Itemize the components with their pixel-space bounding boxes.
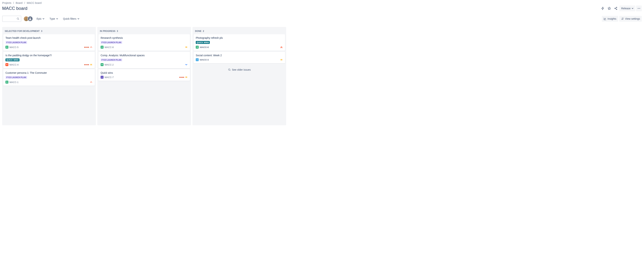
story-type-icon — [100, 63, 104, 66]
breadcrumb-board[interactable]: Board — [16, 2, 22, 4]
epic-badge: QUICK WINS — [196, 41, 210, 44]
column-header: Selected for Development 3 — [3, 28, 95, 34]
story-points-dots — [84, 64, 89, 65]
column-name: In Progress — [100, 30, 116, 33]
star-icon[interactable] — [606, 6, 612, 11]
avatar-unassigned[interactable] — [28, 16, 33, 22]
svg-point-10 — [6, 64, 8, 65]
bug-type-icon — [6, 63, 8, 66]
chevron-down-icon — [56, 18, 58, 20]
column-name: Selected for Development — [5, 30, 40, 33]
issue-card[interactable]: Team health check post-launch FY23 LAUNC… — [3, 34, 95, 51]
search-input[interactable] — [2, 16, 21, 22]
card-title: Quick wins — [100, 71, 188, 74]
epic-badge: FY23 LAUNCH PLAN — [6, 41, 27, 44]
search-icon — [228, 68, 231, 71]
story-type-icon — [100, 46, 104, 49]
chevron-down-icon — [42, 18, 44, 20]
svg-point-6 — [17, 18, 19, 20]
issue-key: MACC-6 — [200, 46, 209, 49]
see-older-label: See older issues — [232, 68, 251, 71]
release-label: Release — [621, 7, 630, 10]
view-settings-label: View settings — [625, 17, 640, 20]
issue-card[interactable]: Customer persona 1: The Commuter FY23 LA… — [3, 69, 95, 86]
svg-point-7 — [30, 18, 31, 19]
issue-key: MACC-5 — [10, 46, 18, 49]
svg-point-9 — [622, 19, 622, 20]
card-title: Comp. Analysis: Multifunctional spaces — [100, 54, 188, 57]
column-header: Done 2 — [194, 28, 285, 34]
issue-card[interactable]: Comp. Analysis: Multifunctional spaces F… — [98, 52, 190, 68]
epic-type-icon — [100, 76, 104, 79]
chart-icon — [604, 17, 606, 20]
type-filter-label: Type — [50, 17, 55, 20]
insights-button[interactable]: Insights — [602, 16, 618, 22]
issue-key: MACC-8 — [104, 46, 114, 49]
search-icon — [16, 17, 20, 20]
epic-badge: FY23 LAUNCH PLAN — [100, 41, 122, 44]
breadcrumb-sep: / — [24, 2, 25, 4]
issue-card[interactable]: Research synthesis FY23 LAUNCH PLAN MACC… — [98, 34, 190, 51]
task-type-icon — [196, 58, 199, 61]
issue-card[interactable]: Quick wins MACC-7 — [98, 69, 190, 81]
card-title: Is the padding dodgy on the homepage?! — [6, 54, 92, 57]
column-count: 3 — [117, 30, 118, 33]
page-title: MACC board — [2, 6, 28, 11]
sliders-icon — [621, 17, 624, 20]
quick-filters-label: Quick filters — [63, 17, 76, 20]
column-name: Done — [195, 30, 202, 33]
view-settings-button[interactable]: View settings — [619, 16, 642, 22]
epic-badge: FY23 LAUNCH PLAN — [6, 76, 27, 79]
svg-point-11 — [228, 69, 230, 71]
column-count: 2 — [203, 30, 204, 33]
share-icon[interactable] — [613, 6, 619, 11]
chevron-down-icon — [78, 18, 79, 20]
card-title: Photography refresh pls — [196, 37, 283, 39]
board-column: Done 2 Photography refresh pls QUICK WIN… — [192, 27, 286, 125]
assignee-filter[interactable] — [24, 16, 33, 22]
story-points-dots — [84, 47, 89, 48]
priority-medium-icon — [90, 63, 92, 66]
card-title: Team health check post-launch — [6, 37, 92, 39]
svg-point-8 — [623, 18, 623, 18]
card-title: Social content: Week 2 — [196, 54, 283, 57]
chevron-down-icon — [632, 8, 634, 9]
release-button[interactable]: Release — [620, 6, 635, 11]
priority-medium-icon — [185, 76, 188, 79]
priority-medium-icon — [280, 58, 283, 61]
epic-filter[interactable]: Epic — [35, 16, 46, 22]
svg-point-4 — [639, 8, 639, 9]
breadcrumb-sep: / — [13, 2, 14, 4]
svg-point-5 — [640, 8, 640, 9]
story-type-icon — [6, 46, 8, 49]
quick-filters[interactable]: Quick filters — [62, 16, 81, 22]
board-column: Selected for Development 3 Team health c… — [2, 27, 96, 125]
board-column: In Progress 3 Research synthesis FY23 LA… — [97, 27, 191, 125]
column-header: In Progress 3 — [98, 28, 190, 34]
column-count: 3 — [41, 30, 42, 33]
story-type-icon — [6, 81, 8, 84]
epic-filter-label: Epic — [36, 17, 42, 20]
breadcrumb-current[interactable]: MACC board — [27, 2, 42, 4]
see-older-button[interactable]: See older issues — [194, 66, 285, 74]
automation-icon[interactable] — [600, 6, 606, 11]
card-title: Research synthesis — [100, 37, 188, 39]
insights-label: Insights — [608, 17, 616, 20]
more-icon[interactable] — [636, 6, 642, 11]
epic-badge: QUICK WINS — [6, 59, 20, 61]
priority-highest-icon — [280, 46, 283, 49]
svg-point-3 — [638, 8, 638, 9]
issue-card[interactable]: Social content: Week 2 MACC-3 — [194, 52, 285, 63]
priority-medium-icon — [185, 46, 188, 49]
issue-key: MACC-1 — [10, 81, 18, 84]
type-filter[interactable]: Type — [48, 16, 59, 22]
priority-high-icon — [90, 81, 92, 84]
issue-key: MACC-3 — [200, 59, 209, 61]
issue-card[interactable]: Is the padding dodgy on the homepage?! Q… — [3, 52, 95, 68]
breadcrumb-projects[interactable]: Projects — [2, 2, 12, 4]
epic-badge: FY23 LAUNCH PLAN — [100, 59, 122, 61]
priority-high-icon — [90, 46, 92, 49]
issue-card[interactable]: Photography refresh pls QUICK WINS MACC-… — [194, 34, 285, 51]
story-type-icon — [196, 46, 199, 49]
issue-key: MACC-7 — [104, 76, 114, 79]
